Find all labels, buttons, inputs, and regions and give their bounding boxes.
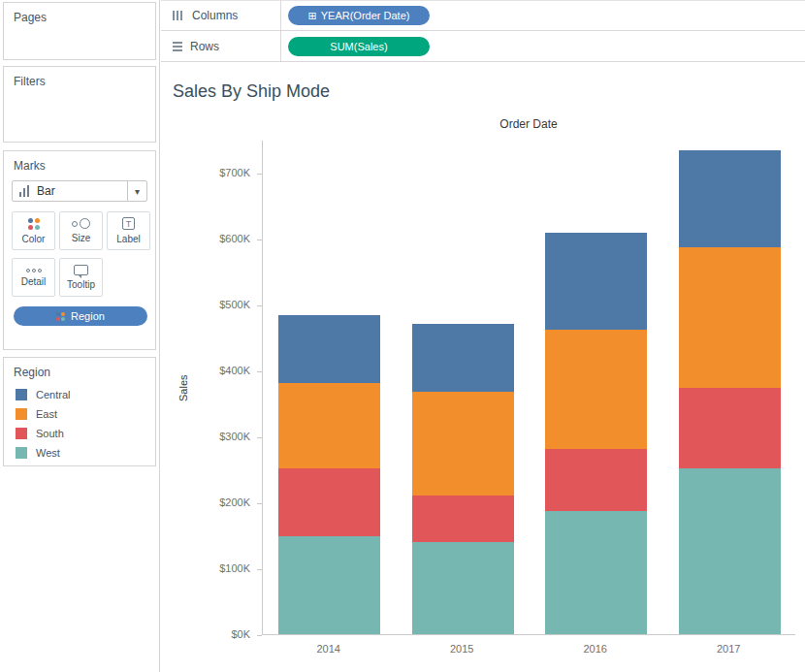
legend-item-central[interactable]: Central	[4, 385, 155, 404]
legend-swatch	[16, 389, 27, 400]
color-legend: Region CentralEastSouthWest	[3, 357, 156, 466]
tooltip-button[interactable]: Tooltip	[59, 258, 103, 297]
year-order-date-pill[interactable]: ⊞ YEAR(Order Date)	[288, 6, 430, 25]
marks-card: Marks Bar ▾ Color Size Label Detail	[3, 150, 156, 350]
legend-item-south[interactable]: South	[4, 424, 155, 443]
legend-item-label: Central	[36, 389, 70, 400]
color-dots-icon	[28, 218, 40, 230]
columns-shelf-text: Columns	[192, 9, 238, 22]
sum-sales-pill-label: SUM(Sales)	[330, 41, 387, 52]
bar-segment-east-2016[interactable]	[545, 330, 647, 449]
rows-shelf-text: Rows	[190, 40, 219, 53]
column-field-header: Order Date	[262, 117, 795, 131]
color-dots-icon	[56, 312, 65, 321]
rows-shelf-label: Rows	[161, 31, 281, 61]
color-button-label: Color	[22, 234, 46, 244]
label-button[interactable]: Label	[107, 211, 150, 250]
y-tick-label: $500K	[161, 299, 250, 310]
tooltip-button-label: Tooltip	[67, 279, 95, 290]
y-tick-label: $200K	[161, 496, 250, 508]
detail-button[interactable]: Detail	[12, 258, 55, 297]
bar-segment-east-2015[interactable]	[412, 392, 514, 495]
bar-segment-west-2014[interactable]	[278, 536, 380, 634]
rows-shelf[interactable]: Rows SUM(Sales)	[161, 31, 805, 62]
year-order-date-pill-label: YEAR(Order Date)	[321, 10, 410, 21]
columns-shelf-content[interactable]: ⊞ YEAR(Order Date)	[282, 1, 805, 30]
columns-shelf-label: Columns	[161, 1, 281, 30]
size-button-label: Size	[72, 233, 90, 243]
legend-title: Region	[4, 358, 155, 383]
x-tick-label: 2017	[662, 643, 796, 655]
chart-area: Sales By Ship Mode Order Date Sales $0K$…	[161, 62, 805, 672]
mark-type-dropdown[interactable]: Bar ▾	[12, 180, 147, 202]
plot-area	[262, 141, 795, 635]
bar-segment-south-2014[interactable]	[278, 468, 380, 537]
y-tick-label: $400K	[161, 365, 250, 376]
y-tick-label: $700K	[161, 167, 250, 178]
bar-segment-west-2017[interactable]	[679, 468, 781, 634]
legend-item-label: West	[36, 447, 60, 459]
y-tick-mark	[257, 635, 262, 636]
x-tick-label: 2016	[529, 643, 662, 655]
bar-segment-central-2015[interactable]	[412, 324, 514, 392]
mark-type-value: Bar	[37, 184, 127, 198]
bar-segment-south-2016[interactable]	[545, 449, 647, 511]
detail-dots-icon	[26, 269, 42, 272]
bar-segment-east-2017[interactable]	[679, 247, 781, 388]
y-tick-label: $0K	[161, 628, 250, 640]
legend-item-west[interactable]: West	[4, 443, 155, 463]
filters-shelf[interactable]: Filters	[3, 66, 156, 143]
x-tick-label: 2015	[396, 643, 530, 655]
legend-swatch	[16, 428, 27, 439]
legend-item-label: East	[36, 408, 57, 420]
x-tick-label: 2014	[262, 643, 396, 655]
label-button-label: Label	[116, 234, 140, 244]
pages-shelf[interactable]: Pages	[3, 2, 156, 60]
pages-title: Pages	[4, 3, 155, 28]
legend-item-label: South	[36, 428, 64, 439]
columns-shelf[interactable]: Columns ⊞ YEAR(Order Date)	[161, 0, 805, 31]
rows-icon	[173, 42, 182, 51]
tableau-workspace: Pages Filters Marks Bar ▾ Color Size La	[0, 0, 805, 672]
bar-segment-central-2016[interactable]	[545, 233, 647, 330]
bar-segment-south-2017[interactable]	[679, 388, 781, 469]
legend-swatch	[16, 447, 27, 459]
legend-items: CentralEastSouthWest	[4, 385, 155, 463]
x-axis: 2014201520162017	[262, 643, 795, 662]
y-tick-label: $300K	[161, 431, 250, 442]
filters-title: Filters	[4, 67, 155, 92]
bar-segment-central-2017[interactable]	[679, 150, 781, 247]
color-button[interactable]: Color	[12, 211, 55, 250]
marks-title: Marks	[4, 151, 155, 176]
bar-segment-west-2016[interactable]	[545, 511, 647, 634]
detail-button-label: Detail	[21, 276, 47, 287]
size-circles-icon	[72, 218, 90, 229]
size-button[interactable]: Size	[59, 211, 103, 250]
bar-chart-icon	[19, 185, 31, 197]
y-tick-label: $600K	[161, 233, 250, 244]
bar-segment-east-2014[interactable]	[278, 383, 380, 468]
rows-shelf-content[interactable]: SUM(Sales)	[282, 31, 805, 61]
tooltip-bubble-icon	[74, 265, 88, 275]
plus-box-icon[interactable]: ⊞	[308, 11, 317, 21]
y-tick-label: $100K	[161, 562, 250, 574]
legend-swatch	[16, 408, 27, 420]
sum-sales-pill[interactable]: SUM(Sales)	[288, 37, 430, 56]
bar-segment-west-2015[interactable]	[412, 542, 514, 634]
y-axis: $0K$100K$200K$300K$400K$500K$600K$700K	[161, 62, 262, 672]
sidebar: Pages Filters Marks Bar ▾ Color Size La	[0, 0, 160, 672]
chevron-down-icon[interactable]: ▾	[127, 181, 146, 201]
region-pill-label: Region	[71, 310, 105, 322]
columns-icon	[173, 11, 184, 20]
bar-segment-central-2014[interactable]	[278, 315, 380, 383]
label-t-icon	[122, 217, 135, 230]
bar-segment-south-2015[interactable]	[412, 496, 514, 542]
legend-item-east[interactable]: East	[4, 404, 155, 424]
region-pill[interactable]: Region	[14, 306, 147, 326]
